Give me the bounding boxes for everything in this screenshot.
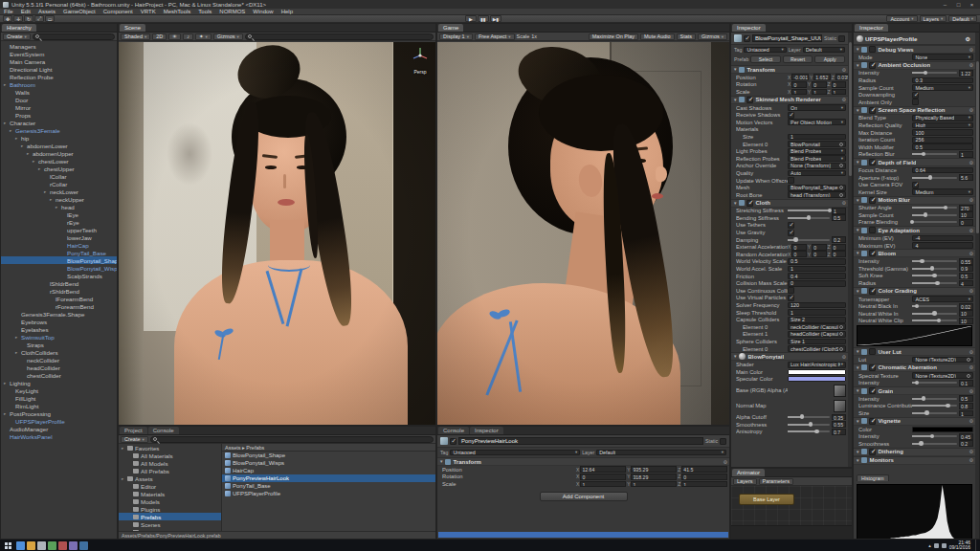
file-item[interactable]: BlowPonytail_Shape [222, 452, 435, 459]
prop-control-drop[interactable]: Per Object Motion▾ [788, 119, 846, 125]
scene-shading-dropdown[interactable]: Shaded▾ [121, 33, 150, 40]
hierarchy-item[interactable]: ▸ rForearmBend [1, 302, 117, 310]
prop-control-drop[interactable]: Auto▾ [788, 170, 846, 177]
layer-dropdown[interactable]: Default▾ [803, 47, 845, 54]
stats-toggle[interactable]: Stats [677, 33, 697, 40]
folder-item[interactable]: ▸ Favorites [119, 444, 221, 452]
gear-icon[interactable]: ⚙ [964, 34, 972, 43]
prop-control-check[interactable] [912, 182, 919, 188]
prefab-button[interactable]: Revert [783, 55, 813, 63]
component-header[interactable]: ▼Depth of Field⚙ [854, 158, 975, 166]
hierarchy-item[interactable]: ▸ AudioManager [1, 425, 117, 432]
prop-control-color[interactable] [788, 376, 846, 382]
transform-tool-button[interactable]: ↻ [24, 15, 33, 22]
play-button[interactable]: ▶ [465, 15, 477, 22]
prop-control-vec3[interactable]: X0Y0Z0 [788, 244, 846, 251]
hierarchy-item[interactable]: ▸ HairCap [1, 241, 117, 249]
active-checkbox[interactable] [744, 35, 750, 42]
prop-control-obj[interactable]: neckCollider (Capsule [788, 323, 846, 330]
prop-control-slider[interactable]: 0.2 [912, 440, 973, 447]
prop-control-slider[interactable]: 1 [788, 208, 846, 214]
scrollbar-thumb[interactable] [976, 61, 979, 233]
prop-control-slider[interactable]: 0.5 [912, 273, 973, 279]
folder-item[interactable]: ▸ All Prefabs [119, 467, 221, 474]
component-header[interactable]: ▼Screen Space Reflection⚙ [854, 106, 975, 115]
component-header[interactable]: ▼Grain⚙ [854, 386, 975, 395]
tag-dropdown[interactable]: Untagged▾ [744, 47, 786, 54]
hierarchy-item[interactable]: ▸ ScalpStrands [1, 272, 117, 279]
prop-control-obj[interactable]: head (Transform) [788, 191, 846, 198]
folder-item[interactable]: ▸ All Models [119, 459, 221, 467]
animator-state[interactable]: Base Layer [739, 494, 794, 505]
component-header[interactable]: ▼Transform⚙ [437, 457, 729, 466]
prop-control-field[interactable]: 1 [788, 266, 846, 273]
prop-control-obj[interactable]: None (Transform) [788, 163, 846, 169]
mute-audio-toggle[interactable]: Mute Audio [640, 33, 675, 40]
hierarchy-search-input[interactable] [33, 33, 115, 40]
hierarchy-item[interactable]: ▸ EventSystem [1, 50, 117, 57]
prop-control-field[interactable]: -4 [912, 235, 973, 242]
tray-expand-icon[interactable]: ▴ [928, 542, 931, 548]
show-desktop-button[interactable] [975, 540, 978, 551]
prop-control-drop[interactable]: Physically Based▾ [912, 115, 973, 121]
maximize-on-play-toggle[interactable]: Maximize On Play [589, 33, 638, 40]
folder-item[interactable]: ▸ All Materials [119, 452, 221, 459]
hierarchy-item[interactable]: ▸ Mirror [1, 103, 117, 111]
prop-control-check[interactable] [788, 222, 794, 229]
tab-scene[interactable]: Scene [120, 24, 145, 32]
scene-search-input[interactable] [245, 33, 434, 40]
hierarchy-item[interactable]: ▸ Bathroom [1, 80, 117, 88]
scene-orientation-gizmo[interactable]: Persp [410, 46, 431, 71]
hierarchy-item[interactable]: ▸ abdomenUpper [1, 149, 117, 157]
prop-control-color[interactable] [912, 427, 973, 432]
component-header[interactable]: ▼Skinned Mesh Renderer⚙ [731, 96, 848, 104]
prop-control-field[interactable]: 100 [912, 129, 973, 136]
hierarchy-item[interactable]: ▸ headCollider [1, 364, 117, 371]
hierarchy-item[interactable]: ▸ ClothColliders [1, 348, 117, 356]
hierarchy-item[interactable]: ▸ neckCollider [1, 356, 117, 364]
prop-control-slider[interactable]: 0.8 [912, 403, 973, 409]
prop-control-drop[interactable]: On▾ [788, 104, 846, 111]
scene-viewport[interactable]: Persp [119, 42, 435, 425]
hierarchy-item[interactable]: ▸ Genesis3Female.Shape [1, 310, 117, 318]
prop-control-field[interactable]: 0.64 [912, 167, 973, 174]
prop-control-slider[interactable]: 0.5 [788, 214, 846, 221]
prop-control-obj[interactable]: None (Texture2D) [912, 372, 973, 379]
prop-control-check[interactable] [912, 99, 919, 105]
prop-control-slider[interactable]: 270 [912, 205, 973, 211]
step-button[interactable]: ▶▮ [490, 15, 501, 22]
folder-item[interactable]: ▸ Editor [119, 482, 221, 490]
prop-control-field[interactable]: 0.4 [788, 273, 846, 279]
component-header[interactable]: ▼User Lut⚙ [854, 347, 975, 356]
static-checkbox[interactable] [720, 438, 726, 445]
prop-control-obj[interactable]: BlowPonytail_Shape [788, 185, 846, 191]
hierarchy-item[interactable]: ▸ chestLower [1, 157, 117, 165]
component-header[interactable]: ▼Dithering⚙ [854, 448, 975, 456]
file-item[interactable]: PonyTail_Base [222, 482, 435, 490]
hierarchy-item[interactable]: ▸ SwimsuitTop [1, 333, 117, 341]
prop-control-vec3[interactable]: X12.64Y935.29Z41.5 [576, 466, 727, 473]
prop-control-slider[interactable]: 0.55 [788, 421, 846, 428]
hierarchy-item[interactable]: ▸ lowerJaw [1, 233, 117, 241]
hierarchy-item[interactable]: ▸ lCollar [1, 172, 117, 180]
prop-control-check[interactable] [788, 112, 794, 119]
component-header[interactable]: ▼Chromatic Aberration⚙ [854, 364, 975, 372]
hierarchy-item[interactable]: ▸ Reflection Probe [1, 73, 117, 80]
tag-dropdown[interactable]: Untagged▾ [450, 450, 580, 456]
menu-item[interactable]: Assets [34, 9, 59, 15]
prop-control-obj[interactable]: chestCollider (ClothS [788, 345, 846, 352]
tab-game[interactable]: Game [438, 24, 463, 32]
hierarchy-item[interactable]: ▸ Eyelashes [1, 325, 117, 333]
prop-control-slider[interactable]: 0.9 [912, 265, 973, 272]
menu-item[interactable]: Help [278, 9, 297, 15]
hierarchy-item[interactable]: ▸ abdomenLower [1, 142, 117, 149]
menu-item[interactable]: Window [249, 9, 277, 15]
network-icon[interactable] [934, 543, 939, 548]
bottom-tab[interactable]: Console [438, 427, 469, 434]
prop-control-vec3[interactable]: X1Y1Z1 [788, 89, 846, 96]
taskbar-icon-browser[interactable] [16, 541, 25, 550]
folder-item[interactable]: ▸ Models [119, 497, 221, 505]
hierarchy-item[interactable]: ▸ Door [1, 96, 117, 103]
prefab-button[interactable]: Apply [814, 55, 845, 63]
folder-item[interactable]: ▸ Scenes [119, 520, 221, 528]
